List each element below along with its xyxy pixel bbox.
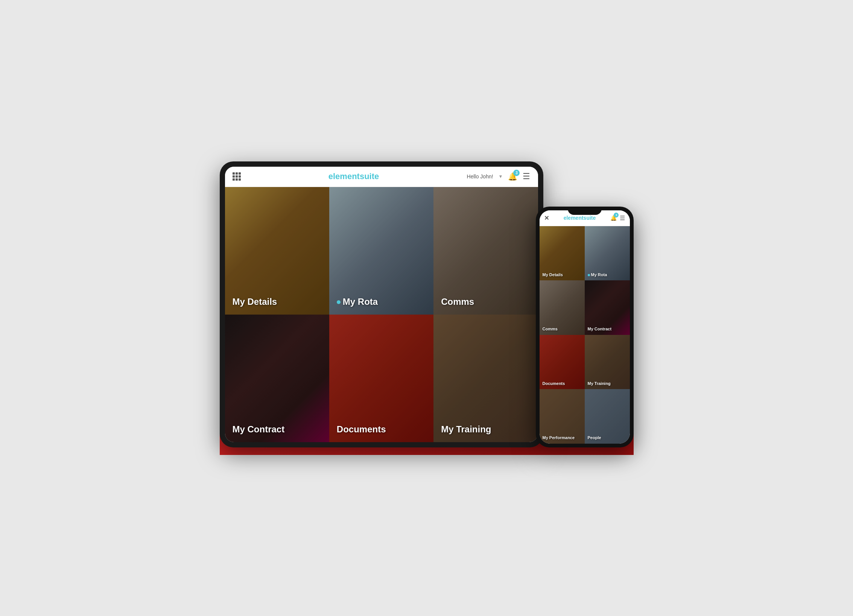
logo-plain: element	[328, 172, 360, 181]
notification-badge: 3	[513, 170, 520, 176]
tile-my-contract[interactable]: My Contract	[225, 315, 329, 442]
phone-screen: ✕ elementsuite 🔔 3 ☰ My Details	[540, 210, 630, 444]
phone-tile-label-documents: Documents	[543, 381, 565, 386]
tile-overlay	[225, 187, 329, 315]
phone-tile-label-my-performance: My Performance	[543, 435, 575, 440]
tablet-logo: elementsuite	[328, 172, 379, 181]
tile-label-my-rota: My Rota	[337, 297, 378, 307]
phone-device: ✕ elementsuite 🔔 3 ☰ My Details	[536, 207, 634, 447]
phone-tile-people[interactable]: People	[585, 389, 630, 444]
tile-comms[interactable]: Comms	[433, 187, 538, 315]
phone-tile-my-training[interactable]: My Training	[585, 335, 630, 389]
tablet-hamburger-menu[interactable]: ☰	[523, 172, 530, 181]
phone-notification-badge: 3	[614, 213, 619, 218]
tile-label-my-contract: My Contract	[233, 424, 285, 435]
phone-tile-label-my-training: My Training	[588, 381, 611, 386]
phone-tile-my-details[interactable]: My Details	[540, 226, 585, 281]
phone-rota-dot-icon	[588, 274, 590, 276]
tile-overlay	[225, 315, 329, 442]
hamburger-icon: ☰	[523, 172, 530, 181]
phone-tile-label-my-rota: My Rota	[588, 272, 607, 277]
phone-tile-grid: My Details My Rota Comms My C	[540, 226, 630, 444]
phone-tile-my-performance[interactable]: My Performance	[540, 389, 585, 444]
tile-label-documents: Documents	[337, 424, 386, 435]
phone-notification-bell[interactable]: 🔔 3	[610, 214, 617, 221]
phone-notch	[568, 207, 602, 215]
phone-hamburger-icon[interactable]: ☰	[620, 214, 625, 222]
tablet-grid-icon[interactable]	[233, 172, 241, 181]
tablet-tile-grid: My Details My Rota Comms My C	[225, 187, 538, 442]
tile-overlay	[329, 315, 433, 442]
phone-tile-my-rota[interactable]: My Rota	[585, 226, 630, 281]
phone-tile-my-contract[interactable]: My Contract	[585, 280, 630, 335]
phone-tile-label-people: People	[588, 435, 601, 440]
tile-label-comms: Comms	[441, 297, 474, 307]
tile-my-rota[interactable]: My Rota	[329, 187, 433, 315]
phone-tile-documents[interactable]: Documents	[540, 335, 585, 389]
phone-close-button[interactable]: ✕	[544, 214, 549, 222]
tablet-header-right: Hello John! ▼ 🔔 3 ☰	[467, 172, 531, 181]
tile-my-details[interactable]: My Details	[225, 187, 329, 315]
phone-tile-label-my-details: My Details	[543, 272, 563, 277]
tablet-screen: elementsuite Hello John! ▼ 🔔 3 ☰	[225, 167, 538, 442]
phone-logo: elementsuite	[564, 215, 596, 221]
tile-my-training[interactable]: My Training	[433, 315, 538, 442]
phone-logo-plain: element	[564, 215, 584, 221]
tile-overlay	[433, 315, 538, 442]
rota-dot-icon	[337, 300, 341, 304]
phone-tile-comms[interactable]: Comms	[540, 280, 585, 335]
tile-label-my-details: My Details	[233, 297, 277, 307]
tile-documents[interactable]: Documents	[329, 315, 433, 442]
notification-bell[interactable]: 🔔 3	[508, 172, 517, 181]
logo-accent: suite	[360, 172, 379, 181]
tile-overlay	[433, 187, 538, 315]
phone-header-right: 🔔 3 ☰	[610, 214, 625, 222]
tile-overlay	[329, 187, 433, 315]
phone-tile-label-my-contract: My Contract	[588, 327, 612, 332]
scene: elementsuite Hello John! ▼ 🔔 3 ☰	[220, 161, 634, 455]
tablet-header: elementsuite Hello John! ▼ 🔔 3 ☰	[225, 167, 538, 187]
phone-logo-accent: suite	[584, 215, 596, 221]
tablet-device: elementsuite Hello John! ▼ 🔔 3 ☰	[220, 161, 543, 447]
tile-label-my-training: My Training	[441, 424, 491, 435]
dropdown-arrow[interactable]: ▼	[499, 174, 503, 179]
phone-tile-label-comms: Comms	[543, 327, 558, 332]
greeting-text: Hello John!	[467, 173, 493, 179]
